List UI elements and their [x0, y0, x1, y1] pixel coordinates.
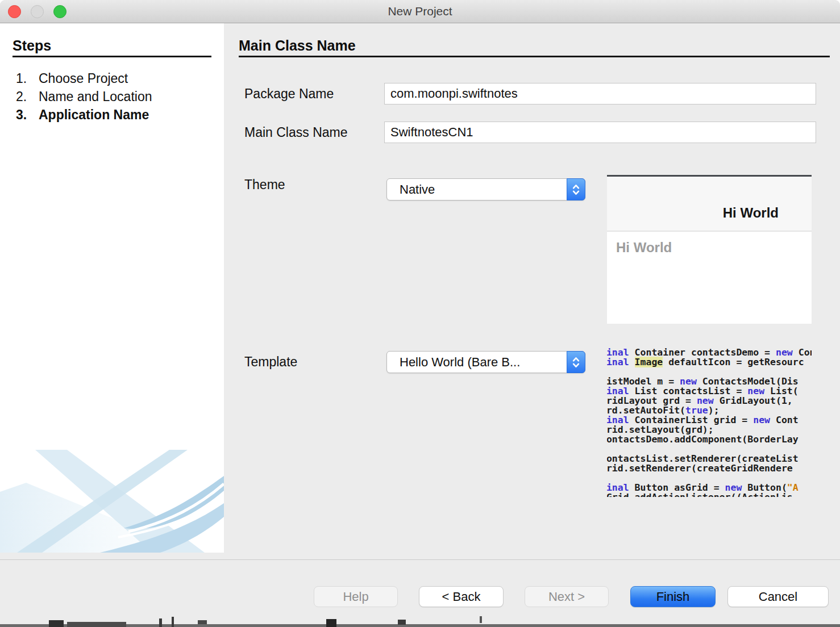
theme-select-value: Native [400, 179, 435, 200]
finish-button[interactable]: Finish [630, 586, 716, 607]
new-project-dialog: New Project Steps 1. Choose Project 2. N… [0, 0, 840, 627]
next-button[interactable]: Next > [525, 586, 609, 607]
background-window-fragment [49, 620, 64, 627]
step-item-name-and-location: 2. Name and Location [0, 89, 224, 107]
wizard-watermark-graphic [0, 448, 224, 553]
theme-preview-title-text: Hi World [723, 205, 779, 221]
step-label: Application Name [39, 107, 149, 123]
step-number: 2. [16, 89, 27, 104]
code-preview: final Container contactsDemo = new Confi… [607, 348, 812, 497]
main-class-name-input[interactable] [384, 122, 816, 143]
step-number: 3. [16, 107, 27, 123]
footer-divider [0, 559, 840, 560]
window-titlebar[interactable]: New Project [0, 0, 840, 23]
theme-preview-titlebar: Hi World [607, 177, 812, 232]
template-label: Template [244, 354, 297, 370]
steps-heading-rule [13, 56, 211, 57]
template-select[interactable]: Hello World (Bare B... [386, 351, 585, 373]
panel-title: Main Class Name [239, 37, 356, 54]
background-window-fragment [67, 622, 126, 627]
step-item-application-name: 3. Application Name [0, 107, 224, 126]
step-label: Choose Project [39, 71, 128, 86]
background-window-fragment [480, 616, 482, 623]
background-window-fragment [326, 619, 336, 627]
background-window-fragment [198, 620, 207, 624]
step-number: 1. [16, 71, 27, 86]
theme-preview-body-text: Hi World [616, 240, 672, 256]
back-button[interactable]: < Back [419, 586, 504, 607]
help-button[interactable]: Help [314, 586, 398, 607]
code-preview-text: final Container contactsDemo = new Confi… [607, 348, 812, 497]
theme-preview-image: Hi World Hi World [607, 175, 812, 325]
background-window-fragment [398, 620, 406, 625]
main-class-name-label: Main Class Name [244, 125, 348, 140]
zoom-button[interactable] [53, 5, 66, 18]
background-window-fragment [159, 618, 162, 627]
cancel-button[interactable]: Cancel [727, 586, 829, 607]
steps-heading: Steps [13, 37, 51, 54]
step-item-choose-project: 1. Choose Project [0, 71, 224, 89]
window-title: New Project [0, 0, 840, 23]
background-window-fragment [172, 617, 174, 627]
minimize-button[interactable] [31, 5, 44, 18]
template-select-value: Hello World (Bare B... [400, 352, 520, 373]
select-stepper-icon [567, 351, 585, 373]
select-stepper-icon [567, 178, 585, 200]
theme-preview-body: Hi World [607, 232, 812, 324]
theme-label: Theme [244, 177, 285, 193]
step-label: Name and Location [39, 89, 152, 104]
close-button[interactable] [8, 5, 21, 18]
steps-sidebar: Steps 1. Choose Project 2. Name and Loca… [0, 23, 224, 553]
package-name-label: Package Name [244, 86, 334, 102]
package-name-input[interactable] [384, 83, 816, 104]
theme-select[interactable]: Native [386, 178, 585, 200]
panel-title-rule [239, 56, 830, 57]
